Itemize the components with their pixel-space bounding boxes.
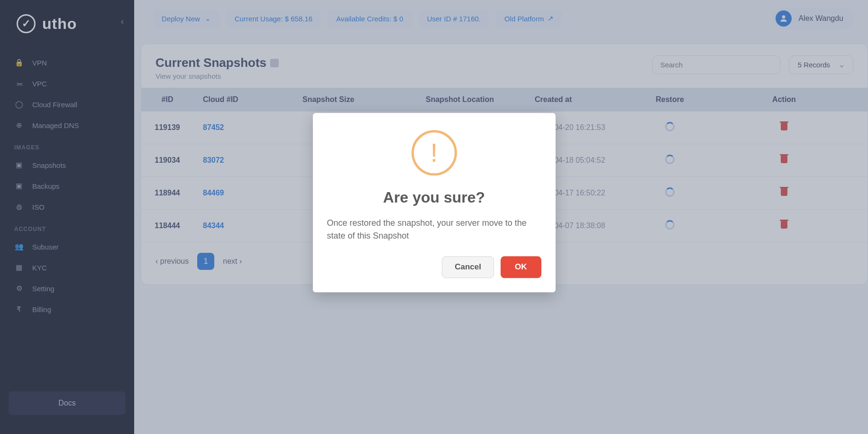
warning-icon: !: [411, 130, 457, 175]
confirm-modal: ! Are you sure? Once restored the snapsh…: [313, 113, 556, 293]
modal-title: Are you sure?: [327, 189, 541, 206]
ok-button[interactable]: OK: [501, 257, 541, 278]
modal-text: Once restored the snapshot, your server …: [327, 217, 541, 243]
modal-actions: Cancel OK: [327, 257, 541, 278]
cancel-button[interactable]: Cancel: [442, 257, 494, 278]
